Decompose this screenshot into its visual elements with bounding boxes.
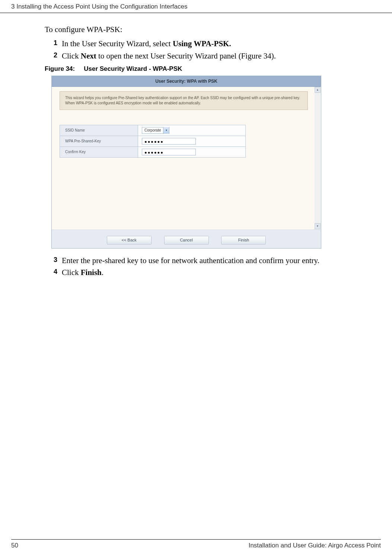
back-button[interactable]: << Back xyxy=(107,236,152,244)
step-text-post: to open the next User Security Wizard pa… xyxy=(96,51,276,60)
scroll-down-icon[interactable]: ▾ xyxy=(315,223,321,229)
ssid-label: SSID Name xyxy=(60,125,138,136)
step-item: 2 Click Next to open the next User Secur… xyxy=(54,51,370,61)
table-row: Confirm Key ●●●●●● xyxy=(60,147,246,158)
figure-title: User Security Wizard - WPA-PSK xyxy=(84,65,182,72)
step-number: 2 xyxy=(54,51,57,60)
page-footer: 50 Installation and User Guide: Airgo Ac… xyxy=(11,539,381,549)
cancel-button[interactable]: Cancel xyxy=(164,236,209,244)
page-header: 3 Installing the Access Point Using the … xyxy=(0,0,392,13)
wizard-spacer xyxy=(60,158,308,225)
wizard-title-bar: User Security: WPA with PSK xyxy=(52,76,321,87)
step-text-bold: Using WPA-PSK. xyxy=(173,39,231,48)
wizard-scrollbar[interactable]: ▴ ▾ xyxy=(315,87,321,229)
step-item: 1 In the User Security Wizard, select Us… xyxy=(54,38,370,49)
wizard-screenshot: User Security: WPA with PSK ▴ ▾ This wiz… xyxy=(51,76,321,249)
step-text-pre: Click xyxy=(62,51,81,60)
step-text-pre: In the User Security Wizard, select xyxy=(62,39,173,48)
ssid-select-value: Corporate xyxy=(144,128,161,133)
table-row: SSID Name Corporate ▾ xyxy=(60,125,246,136)
intro-text: To configure WPA-PSK: xyxy=(45,24,370,35)
step-text-post: . xyxy=(102,268,103,277)
confirm-input[interactable]: ●●●●●● xyxy=(142,149,196,155)
chevron-down-icon[interactable]: ▾ xyxy=(163,127,169,134)
figure-caption: Figure 34:User Security Wizard - WPA-PSK xyxy=(45,65,370,73)
step-number: 3 xyxy=(54,255,57,264)
scroll-up-icon[interactable]: ▴ xyxy=(315,87,321,93)
wizard-info-box: This wizard helps you configure Pre-Shar… xyxy=(60,91,308,110)
step-number: 4 xyxy=(54,267,57,276)
step-number: 1 xyxy=(54,38,57,47)
step-text-pre: Click xyxy=(62,268,81,277)
wizard-body: ▴ ▾ This wizard helps you configure Pre-… xyxy=(52,87,321,230)
page-number: 50 xyxy=(11,542,18,549)
step-item: 4 Click Finish. xyxy=(54,267,370,278)
finish-button[interactable]: Finish xyxy=(221,236,266,244)
psk-input[interactable]: ●●●●●● xyxy=(142,138,196,145)
steps-list-top: 1 In the User Security Wizard, select Us… xyxy=(45,38,370,61)
step-text-bold: Finish xyxy=(81,268,102,277)
wizard-form-table: SSID Name Corporate ▾ WPA Pre-Shared-Key xyxy=(60,125,246,158)
wizard-footer: << Back Cancel Finish xyxy=(52,230,321,248)
step-item: 3 Enter the pre-shared key to use for ne… xyxy=(54,255,370,266)
psk-label: WPA Pre-Shared-Key xyxy=(60,136,138,147)
step-text-pre: Enter the pre-shared key to use for netw… xyxy=(62,256,319,265)
step-text-bold: Next xyxy=(81,51,96,60)
footer-title: Installation and User Guide: Airgo Acces… xyxy=(249,542,381,549)
table-row: WPA Pre-Shared-Key ●●●●●● xyxy=(60,136,246,147)
ssid-select[interactable]: Corporate ▾ xyxy=(142,127,169,134)
figure-label: Figure 34: xyxy=(45,65,75,72)
chapter-title: 3 Installing the Access Point Using the … xyxy=(11,3,187,10)
steps-list-bottom: 3 Enter the pre-shared key to use for ne… xyxy=(45,255,370,278)
confirm-label: Confirm Key xyxy=(60,147,138,158)
